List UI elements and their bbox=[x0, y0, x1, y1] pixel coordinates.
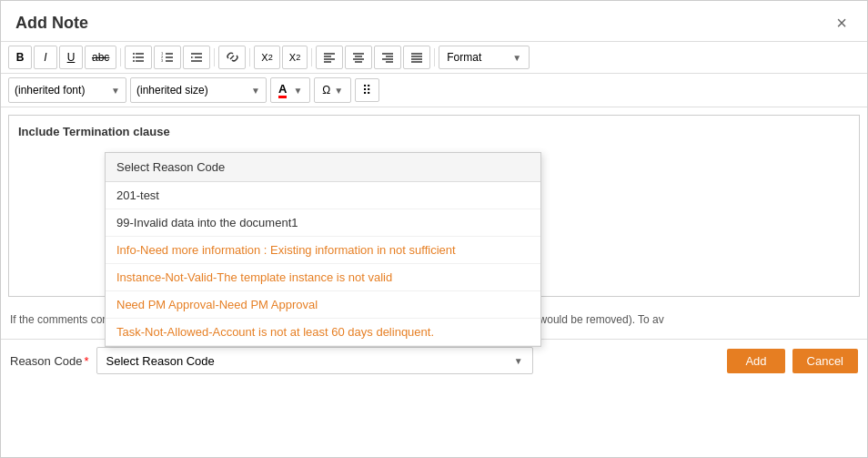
toolbar-separator-1 bbox=[120, 48, 121, 66]
add-button[interactable]: Add bbox=[727, 349, 784, 373]
editor-content: Include Termination clause bbox=[18, 125, 850, 138]
special-chevron-icon: ▼ bbox=[334, 86, 343, 96]
toolbar-separator-3 bbox=[249, 48, 250, 66]
align-center-icon bbox=[352, 51, 365, 64]
modal-dialog: Add Note × B I U abc 123 X2 X2 bbox=[0, 0, 868, 458]
superscript-button[interactable]: X2 bbox=[282, 46, 308, 69]
color-a-label: A bbox=[278, 82, 287, 98]
align-left-button[interactable] bbox=[316, 46, 343, 69]
special-char-icon: Ω bbox=[322, 84, 330, 97]
reason-code-dropdown-menu: Select Reason Code 201-test 99-Invalid d… bbox=[105, 152, 541, 347]
modal-title: Add Note bbox=[15, 14, 88, 33]
format-dropdown[interactable]: Format ▼ bbox=[439, 46, 530, 69]
justify-button[interactable] bbox=[403, 46, 430, 69]
link-button[interactable] bbox=[218, 46, 246, 69]
modal-header: Add Note × bbox=[1, 1, 867, 41]
svg-text:3: 3 bbox=[161, 58, 164, 63]
grid-icon: ⠿ bbox=[362, 83, 372, 97]
color-chevron-icon: ▼ bbox=[293, 86, 302, 96]
svg-point-4 bbox=[133, 56, 135, 58]
font-size-value: (inherited size) bbox=[136, 84, 208, 97]
dropdown-item-2[interactable]: Info-Need more information : Existing in… bbox=[106, 237, 540, 264]
dropdown-item-3[interactable]: Instance-Not-Valid-The template instance… bbox=[106, 264, 540, 291]
close-button[interactable]: × bbox=[831, 12, 853, 34]
required-indicator: * bbox=[85, 354, 89, 368]
dropdown-header[interactable]: Select Reason Code bbox=[106, 153, 540, 182]
dropdown-item-5[interactable]: Task-Not-Allowed-Account is not at least… bbox=[106, 319, 540, 346]
svg-point-5 bbox=[133, 60, 135, 62]
align-left-icon bbox=[323, 51, 336, 64]
cancel-button[interactable]: Cancel bbox=[792, 349, 858, 373]
dropdown-item-1[interactable]: 99-Invalid data into the document1 bbox=[106, 209, 540, 237]
grid-button[interactable]: ⠿ bbox=[355, 78, 379, 102]
toolbar-row1: B I U abc 123 X2 X2 bbox=[1, 41, 867, 74]
svg-point-3 bbox=[133, 53, 135, 55]
strikethrough-button[interactable]: abc bbox=[85, 46, 116, 69]
link-icon bbox=[226, 51, 238, 64]
format-label: Format bbox=[447, 51, 481, 64]
align-right-icon bbox=[381, 51, 394, 64]
italic-button[interactable]: I bbox=[34, 46, 57, 69]
toolbar-row2: (inherited font) ▼ (inherited size) ▼ A … bbox=[1, 74, 867, 107]
font-name-value: (inherited font) bbox=[15, 84, 85, 97]
indent-button[interactable] bbox=[183, 46, 210, 69]
ordered-list-button[interactable]: 123 bbox=[154, 46, 181, 69]
font-color-button[interactable]: A ▼ bbox=[270, 77, 310, 103]
size-chevron-icon: ▼ bbox=[251, 86, 260, 96]
font-name-dropdown[interactable]: (inherited font) ▼ bbox=[8, 77, 126, 103]
editor-area[interactable]: Include Termination clause Select Reason… bbox=[8, 115, 860, 297]
reason-code-placeholder: Select Reason Code bbox=[106, 354, 215, 368]
special-char-button[interactable]: Ω ▼ bbox=[314, 77, 351, 103]
toolbar-separator-2 bbox=[214, 48, 215, 66]
reason-code-select[interactable]: Select Reason Code ▼ bbox=[96, 347, 533, 374]
indent-icon bbox=[190, 51, 203, 64]
underline-button[interactable]: U bbox=[59, 46, 83, 69]
toolbar-separator-5 bbox=[434, 48, 435, 66]
list-icon bbox=[132, 51, 145, 64]
svg-marker-15 bbox=[191, 56, 194, 58]
font-chevron-icon: ▼ bbox=[111, 86, 120, 96]
justify-icon bbox=[410, 51, 423, 64]
reason-chevron-icon: ▼ bbox=[514, 356, 523, 366]
toolbar-separator-4 bbox=[311, 48, 312, 66]
bold-button[interactable]: B bbox=[8, 46, 32, 69]
dropdown-item-4[interactable]: Need PM Approval-Need PM Approval bbox=[106, 291, 540, 319]
chevron-down-icon: ▼ bbox=[512, 53, 521, 63]
dropdown-item-0[interactable]: 201-test bbox=[106, 182, 540, 209]
align-right-button[interactable] bbox=[374, 46, 401, 69]
unordered-list-button[interactable] bbox=[125, 46, 152, 69]
font-size-dropdown[interactable]: (inherited size) ▼ bbox=[130, 77, 267, 103]
ordered-list-icon: 123 bbox=[161, 51, 174, 64]
align-center-button[interactable] bbox=[345, 46, 372, 69]
reason-code-label: Reason Code* bbox=[10, 354, 89, 368]
subscript-button[interactable]: X2 bbox=[254, 46, 279, 69]
